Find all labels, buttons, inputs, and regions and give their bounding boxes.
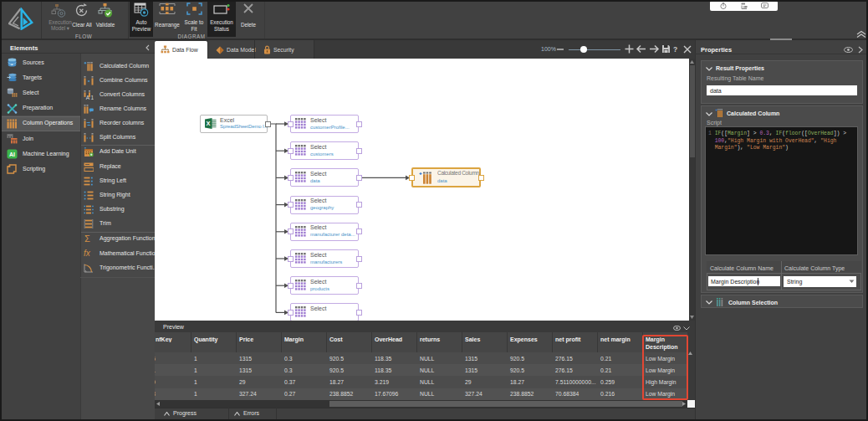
svg-text:A: A: [86, 94, 90, 99]
svg-text:AI: AI: [9, 151, 15, 157]
svg-text:X: X: [206, 120, 210, 127]
svg-text:1: 1: [91, 94, 94, 99]
